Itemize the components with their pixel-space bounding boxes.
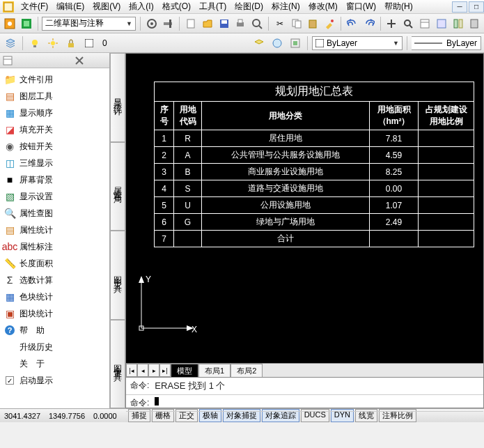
layer-states-icon[interactable] (251, 36, 267, 51)
sidebar-collapse-icon[interactable] (3, 56, 13, 65)
tab-next-button[interactable]: ▸ (148, 364, 159, 377)
layer-name[interactable]: 0 (100, 36, 127, 50)
sidebar-item-icon: ◫ (4, 157, 15, 169)
layers-icon[interactable] (3, 36, 18, 51)
color-combo[interactable]: ByLayer ▼ (312, 36, 403, 50)
sidebar-close-icon[interactable] (75, 56, 84, 65)
line-sample-icon (414, 41, 442, 45)
menu-window[interactable]: 窗口(W) (342, 0, 380, 14)
command-window[interactable]: 命令: ERASE 找到 1 个 命令: (126, 377, 483, 408)
express-icon[interactable] (19, 16, 33, 31)
menu-modify[interactable]: 修改(M) (304, 0, 342, 14)
layer-prev-icon[interactable] (270, 36, 285, 51)
toolpalette-icon[interactable] (451, 16, 465, 31)
copy-icon[interactable] (290, 16, 304, 31)
props-icon[interactable] (418, 16, 432, 31)
open-icon[interactable] (201, 16, 214, 31)
sidebar-item[interactable]: ?帮 助 (0, 322, 109, 339)
sidebar-item-label: 填充开关 (19, 124, 53, 136)
table-cell: 3 (155, 164, 174, 180)
sidebar-item[interactable]: ◫三维显示 (0, 155, 109, 171)
table-cell (419, 197, 474, 214)
restore-button[interactable]: □ (469, 1, 484, 13)
save-icon[interactable] (217, 16, 231, 31)
sidebar-item[interactable]: ▣图块统计 (0, 305, 109, 322)
vtab-graphic-tools[interactable]: 图形工具 (110, 231, 125, 320)
toolbar-workspace: 二维草图与注释 ▼ ✂ (0, 14, 484, 33)
sidebar-item[interactable]: 关 于 (0, 355, 109, 372)
sidebar-item[interactable]: 🔍属性查图 (0, 205, 109, 222)
vtab-property-layout[interactable]: 属性布局 (110, 142, 125, 231)
sidebar-item[interactable]: ▤图层工具 (0, 88, 109, 105)
tab-layout2[interactable]: 布局2 (231, 364, 263, 377)
sidebar-item[interactable]: abc属性标注 (0, 238, 109, 255)
undo-icon[interactable] (345, 16, 359, 31)
sun-icon[interactable] (45, 36, 61, 51)
sidebar-item-label: 显示设置 (19, 191, 53, 203)
cut-icon[interactable]: ✂ (273, 16, 287, 31)
sidebar-item-label: 三维显示 (19, 157, 53, 169)
cmd-history-line: ERASE 找到 1 个 (155, 380, 225, 392)
sidebar-item[interactable]: ▧显示设置 (0, 188, 109, 205)
menu-tools[interactable]: 工具(T) (195, 0, 231, 14)
layer-iso-icon[interactable] (288, 36, 303, 51)
vtab-display-stats[interactable]: 显示统计 (110, 53, 125, 142)
sidebar-item[interactable]: 📁文件引用 (0, 71, 109, 88)
table-cell: B (174, 164, 202, 180)
workspace-icon[interactable] (3, 16, 17, 31)
cad-table: 规划用地汇总表 序号用地代码用地分类用地面积（hm²）占规划建设用地比例 1R居… (154, 82, 474, 247)
sidebar-item[interactable]: ▦色块统计 (0, 288, 109, 305)
sidebar-item[interactable]: ▤属性统计 (0, 222, 109, 238)
tab-model[interactable]: 模型 (171, 364, 198, 377)
tab-last-button[interactable]: ▸| (159, 364, 171, 377)
menu-insert[interactable]: 插入(I) (125, 0, 157, 14)
sidebar-item[interactable]: ◉按钮开关 (0, 138, 109, 155)
calc-icon[interactable] (467, 16, 481, 31)
table-cell: 7.81 (370, 130, 419, 147)
drawing-canvas[interactable]: 规划用地汇总表 序号用地代码用地分类用地面积（hm²）占规划建设用地比例 1R居… (126, 54, 483, 363)
new-icon[interactable] (184, 16, 198, 31)
sidebar-item[interactable]: 📏长度面积 (0, 255, 109, 272)
workspace-combo-text: 二维草图与注释 (45, 17, 104, 29)
tab-layout1[interactable]: 布局1 (198, 364, 231, 377)
print-icon[interactable] (234, 16, 248, 31)
svg-point-3 (8, 22, 12, 26)
match-icon[interactable] (322, 16, 336, 31)
menu-edit[interactable]: 编辑(E) (52, 0, 88, 14)
preview-icon[interactable] (250, 16, 264, 31)
bulb-on-icon[interactable] (27, 36, 42, 51)
svg-rect-24 (437, 20, 446, 28)
tab-first-button[interactable]: |◂ (126, 364, 137, 377)
redo-icon[interactable] (362, 16, 376, 31)
workspace-combo[interactable]: 二维草图与注释 ▼ (42, 17, 135, 31)
table-header: 用地代码 (174, 102, 202, 130)
hammer-icon[interactable] (162, 16, 175, 31)
sidebar-item[interactable]: ◪填充开关 (0, 121, 109, 138)
sidebar-item[interactable]: 升级历史 (0, 339, 109, 355)
sidebar-item[interactable]: ▦显示顺序 (0, 105, 109, 121)
zoom-icon[interactable] (401, 16, 415, 31)
menu-view[interactable]: 视图(V) (88, 0, 125, 14)
table-header: 用地分类 (202, 102, 370, 130)
sidebar-item-icon (4, 358, 15, 369)
menu-dim[interactable]: 标注(N) (267, 0, 304, 14)
paste-icon[interactable] (306, 16, 320, 31)
designctr-icon[interactable] (435, 16, 448, 31)
table-cell (419, 180, 474, 197)
sidebar-item[interactable]: Σ选数计算 (0, 272, 109, 288)
sidebar-item[interactable]: ✓启动显示 (0, 372, 109, 389)
main-area: 📁文件引用▤图层工具▦显示顺序◪填充开关◉按钮开关◫三维显示■屏幕背景▧显示设置… (0, 53, 484, 408)
color-swatch-icon[interactable] (81, 36, 97, 51)
pan-icon[interactable] (384, 16, 398, 31)
menu-draw[interactable]: 绘图(D) (231, 0, 267, 14)
sidebar-item[interactable]: ■屏幕背景 (0, 171, 109, 188)
menu-format[interactable]: 格式(O) (158, 0, 195, 14)
menu-file[interactable]: 文件(F) (17, 0, 52, 14)
vtab-image-tools[interactable]: 图像工具 (110, 320, 125, 409)
menu-help[interactable]: 帮助(H) (380, 0, 417, 14)
minimize-button[interactable]: ─ (452, 1, 467, 13)
gear-icon[interactable] (145, 16, 159, 31)
lock-icon[interactable] (63, 36, 79, 51)
linetype-combo[interactable]: ByLayer (412, 36, 481, 50)
tab-prev-button[interactable]: ◂ (137, 364, 148, 377)
